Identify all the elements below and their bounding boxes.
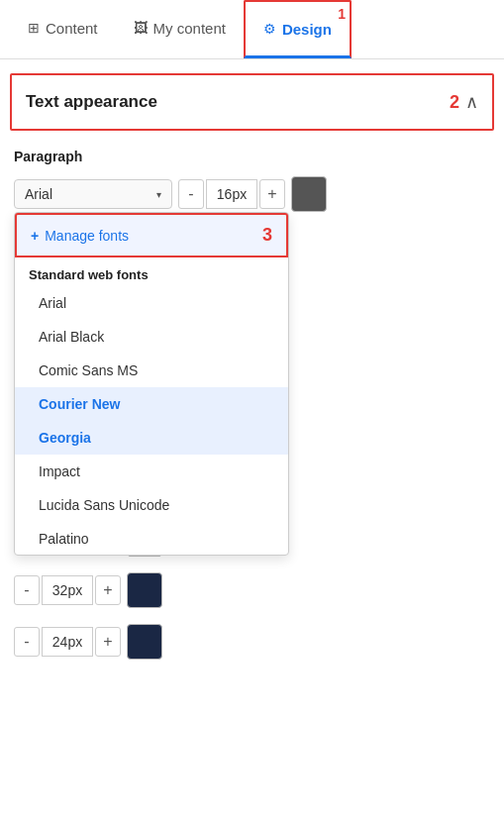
font-item-georgia[interactable]: Georgia: [15, 421, 288, 455]
tab-content-label: Content: [46, 20, 98, 37]
font-item-arial-black[interactable]: Arial Black: [15, 320, 288, 354]
font-item-courier-new[interactable]: Courier New: [15, 387, 288, 421]
paragraph-label: Paragraph: [0, 141, 504, 170]
font-selector-container: Arial ▾ - 16px + + Manage fonts 3 Standa…: [0, 170, 504, 218]
badge-1: 1: [338, 6, 346, 22]
tab-design-label: Design: [282, 21, 332, 38]
h2-color-swatch[interactable]: [127, 572, 162, 608]
font-size-controls: - 16px +: [178, 179, 285, 209]
my-content-icon: 🖼: [134, 20, 148, 36]
font-item-impact[interactable]: Impact: [15, 455, 288, 488]
text-appearance-section: Text appearance 2 ∧: [10, 73, 494, 131]
font-item-palatino[interactable]: Palatino: [15, 522, 288, 555]
h2-style-row: - 32px +: [0, 566, 504, 614]
paragraph-color-swatch[interactable]: [291, 176, 327, 212]
h2-increase-button[interactable]: +: [95, 575, 121, 605]
decrease-size-button[interactable]: -: [178, 179, 204, 209]
font-selector-row: Arial ▾ - 16px +: [0, 170, 504, 218]
tab-content[interactable]: ⊞ Content: [10, 0, 116, 58]
selected-font: Arial: [25, 186, 52, 202]
font-item-comic-sans[interactable]: Comic Sans MS: [15, 354, 288, 387]
body-increase-button[interactable]: +: [95, 627, 121, 657]
h2-size-value: 32px: [42, 575, 93, 605]
font-item-arial[interactable]: Arial: [15, 286, 288, 320]
content-icon: ⊞: [28, 20, 40, 36]
font-item-lucida-sans[interactable]: Lucida Sans Unicode: [15, 488, 288, 522]
collapse-button[interactable]: ∧: [465, 91, 478, 113]
font-size-value: 16px: [206, 179, 257, 209]
badge-2: 2: [450, 92, 459, 113]
h2-decrease-button[interactable]: -: [14, 575, 40, 605]
gear-icon: ⚙: [263, 21, 276, 37]
body-decrease-button[interactable]: -: [14, 627, 40, 657]
plus-icon: +: [31, 228, 39, 244]
chevron-down-icon: ▾: [156, 189, 161, 200]
tab-my-content-label: My content: [153, 20, 226, 37]
body-style-row: - 24px +: [0, 618, 504, 666]
font-dropdown-panel: + Manage fonts 3 Standard web fonts Aria…: [14, 212, 289, 556]
section-title: Text appearance: [26, 92, 157, 112]
body-size-value: 24px: [42, 627, 93, 657]
increase-size-button[interactable]: +: [259, 179, 285, 209]
badge-3: 3: [262, 225, 272, 246]
manage-fonts-label: Manage fonts: [45, 228, 129, 244]
font-list[interactable]: Standard web fonts Arial Arial Black Com…: [15, 257, 288, 555]
top-navigation: ⊞ Content 🖼 My content ⚙ Design 1: [0, 0, 504, 59]
manage-fonts-button[interactable]: + Manage fonts 3: [15, 213, 288, 257]
font-dropdown[interactable]: Arial ▾: [14, 179, 172, 209]
tab-design[interactable]: ⚙ Design 1: [244, 0, 352, 58]
body-size-controls: - 24px +: [14, 627, 121, 657]
body-color-swatch[interactable]: [127, 624, 162, 660]
standard-web-fonts-label: Standard web fonts: [15, 257, 288, 286]
tab-my-content[interactable]: 🖼 My content: [116, 0, 244, 58]
h2-size-controls: - 32px +: [14, 575, 121, 605]
